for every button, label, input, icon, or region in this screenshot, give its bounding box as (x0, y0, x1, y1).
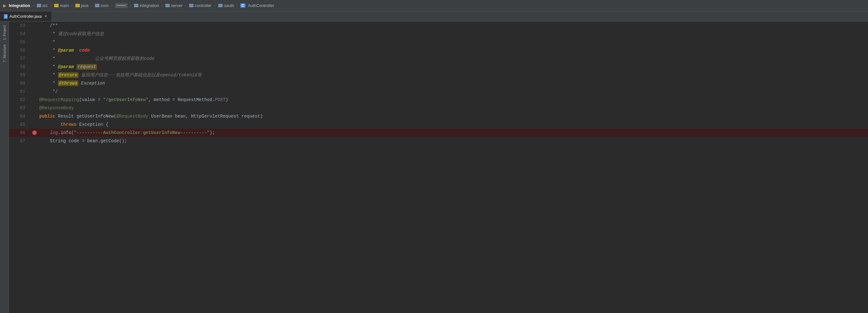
line-number: 67 (9, 137, 31, 145)
tab-bar: J AuthController.java ✕ (0, 11, 868, 22)
line-number: 63 (9, 104, 31, 112)
code-editor[interactable]: 53 /** 54 * 通过code获取用户信息 55 * 56 (9, 22, 868, 313)
java-file-icon: J (4, 14, 8, 19)
code-line-56: 56 * @param code (9, 46, 868, 55)
breadcrumb-server[interactable]: server (165, 3, 182, 8)
line-number: 62 (9, 96, 31, 104)
code-line-62: 62 @RequestMapping(value = "/getUserInfo… (9, 96, 868, 104)
folder-icon (54, 4, 59, 7)
line-content: * 通过code获取用户信息 (38, 30, 868, 38)
editor-layout: 1: Project 7: Structure 53 /** 54 * 通过co… (0, 22, 868, 313)
class-icon: C (240, 3, 245, 8)
line-content: * @param request (38, 63, 868, 71)
code-line-64: 64 public Result getUserInfoNew(@Request… (9, 112, 868, 120)
sidebar-item-project[interactable]: 1: Project (2, 24, 7, 41)
code-line-61: 61 */ (9, 88, 868, 96)
line-gutter (31, 96, 38, 104)
line-number: 54 (9, 30, 31, 38)
line-gutter (31, 104, 38, 112)
code-line-60: 60 * @throws Exception (9, 79, 868, 88)
line-number: 57 (9, 55, 31, 63)
project-icon: ▶ (3, 3, 6, 8)
code-line-63: 63 @ResponseBody (9, 104, 868, 112)
line-number: 64 (9, 112, 31, 120)
tab-label: AuthController.java (9, 14, 41, 19)
line-gutter (31, 120, 38, 129)
line-number: 53 (9, 22, 31, 30)
folder-icon (75, 4, 80, 7)
line-gutter (31, 88, 38, 96)
line-content: String code = bean.getCode(); (38, 137, 868, 145)
folder-icon (165, 4, 170, 7)
code-line-58: 58 * @param request (9, 63, 868, 71)
line-content: * (38, 38, 868, 46)
code-line-65: 65 throws Exception { (9, 120, 868, 129)
line-number: 55 (9, 38, 31, 46)
breadcrumb-controller[interactable]: controller (189, 3, 212, 8)
line-number: 56 (9, 46, 31, 55)
code-line-53: 53 /** (9, 22, 868, 30)
code-line-59: 59 * @return 返回用户信息---包括用户基础信息以及openid/t… (9, 71, 868, 79)
line-content: @RequestMapping(value = "/getUserInfoNew… (38, 96, 868, 104)
project-name: Integration (9, 3, 30, 8)
line-gutter (31, 137, 38, 145)
line-gutter (31, 63, 38, 71)
folder-icon (37, 4, 41, 7)
tab-authcontroller[interactable]: J AuthController.java ✕ (0, 11, 52, 21)
line-number: 59 (9, 71, 31, 79)
breadcrumb-main[interactable]: main (54, 3, 69, 8)
line-number: 66 (9, 129, 31, 137)
line-content: * 公众号网页授权所获取的code (38, 55, 868, 63)
folder-icon (134, 4, 138, 7)
sidebar-item-structure[interactable]: 7: Structure (2, 43, 7, 64)
code-line-54: 54 * 通过code获取用户信息 (9, 30, 868, 38)
line-content: * @param code (38, 46, 868, 55)
line-content: /** (38, 22, 868, 30)
line-content: * @return 返回用户信息---包括用户基础信息以及openid/toke… (38, 71, 868, 79)
breadcrumb-ellipsis[interactable]: ━━━━ (115, 3, 128, 8)
line-gutter (31, 112, 38, 120)
line-gutter (31, 71, 38, 79)
breadcrumb-integration[interactable]: integration (134, 3, 159, 8)
line-gutter (31, 55, 38, 63)
line-number: 61 (9, 88, 31, 96)
line-number: 60 (9, 79, 31, 88)
line-number: 65 (9, 120, 31, 129)
line-content: @ResponseBody (38, 104, 868, 112)
line-gutter (31, 22, 38, 30)
folder-icon (218, 4, 223, 7)
line-gutter (31, 38, 38, 46)
line-content: public Result getUserInfoNew(@RequestBod… (38, 112, 868, 120)
line-gutter (31, 79, 38, 88)
code-line-67: 67 String code = bean.getCode(); (9, 137, 868, 145)
line-gutter (31, 46, 38, 55)
breadcrumb-src[interactable]: src (37, 3, 48, 8)
tab-close-button[interactable]: ✕ (43, 14, 48, 19)
title-bar: ▶ Integration › src › main › java › com … (0, 0, 868, 11)
line-number: 58 (9, 63, 31, 71)
line-content: throws Exception { (38, 120, 868, 129)
line-gutter (31, 129, 38, 137)
side-panel-left: 1: Project 7: Structure (0, 22, 9, 313)
folder-icon (95, 4, 99, 7)
code-line-55: 55 * (9, 38, 868, 46)
code-lines: 53 /** 54 * 通过code获取用户信息 55 * 56 (9, 22, 868, 145)
code-line-57: 57 * 公众号网页授权所获取的code (9, 55, 868, 63)
line-gutter (31, 30, 38, 38)
breakpoint-icon[interactable] (32, 130, 37, 135)
breadcrumb-java[interactable]: java (75, 3, 89, 8)
line-content: log.info("----------AuthController:getUs… (38, 129, 868, 137)
code-line-66: 66 log.info("----------AuthController:ge… (9, 129, 868, 137)
breadcrumb-oauth[interactable]: oauth (218, 3, 234, 8)
breadcrumb-com[interactable]: com (95, 3, 108, 8)
line-content: * @throws Exception (38, 79, 868, 88)
line-content: */ (38, 88, 868, 96)
folder-icon (189, 4, 193, 7)
